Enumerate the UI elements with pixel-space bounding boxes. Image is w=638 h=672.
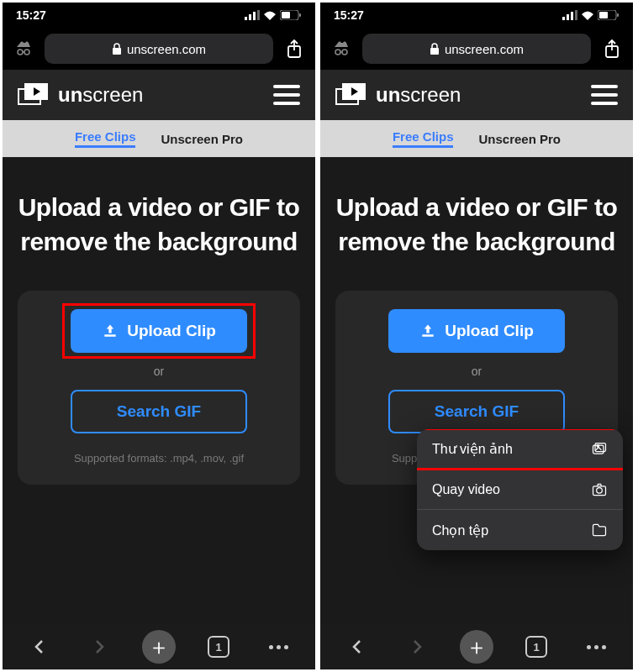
tabs-button[interactable]: 1: [519, 630, 553, 664]
lock-icon: [112, 43, 122, 55]
upload-card: Upload Clip or Search GIF Supported form…: [18, 291, 300, 485]
browser-bottom-nav: ＋ 1: [3, 624, 315, 669]
upload-icon: [419, 323, 436, 339]
popup-item-choose-file[interactable]: Chọn tệp: [417, 510, 623, 550]
back-button[interactable]: [23, 630, 56, 664]
site-header: unscreen: [3, 70, 315, 120]
tab-free-clips[interactable]: Free Clips: [75, 129, 136, 148]
status-bar: 15:27: [3, 3, 315, 28]
url-text: unscreen.com: [127, 42, 206, 56]
more-button[interactable]: [261, 630, 295, 664]
or-label: or: [472, 365, 482, 378]
share-button[interactable]: [599, 39, 625, 59]
url-display[interactable]: unscreen.com: [362, 34, 591, 64]
upload-clip-button[interactable]: Upload Clip: [388, 309, 565, 353]
svg-rect-12: [562, 17, 565, 20]
svg-rect-10: [113, 48, 121, 55]
svg-rect-15: [575, 10, 577, 20]
incognito-icon[interactable]: [329, 39, 354, 59]
popup-item-record-video[interactable]: Quay video: [417, 470, 623, 510]
phone-left: 15:27 unscreen.com unscreen Free C: [3, 3, 315, 669]
top-tabs: Free Clips Unscreen Pro: [3, 120, 315, 157]
svg-rect-3: [257, 10, 260, 20]
main-content: Upload a video or GIF to remove the back…: [3, 157, 315, 624]
search-gif-button[interactable]: Search GIF: [388, 390, 565, 433]
logo-icon: [18, 83, 50, 107]
url-bar: unscreen.com: [320, 28, 633, 70]
status-icons: [562, 10, 620, 20]
svg-point-19: [335, 50, 340, 55]
headline: Upload a video or GIF to remove the back…: [18, 191, 300, 259]
tabs-button[interactable]: 1: [202, 630, 235, 664]
wifi-icon: [581, 10, 594, 20]
gallery-icon: [591, 441, 608, 458]
logo[interactable]: unscreen: [335, 83, 461, 107]
top-tabs: Free Clips Unscreen Pro: [320, 120, 633, 157]
wifi-icon: [263, 10, 277, 20]
battery-icon: [280, 10, 302, 20]
svg-rect-2: [253, 12, 256, 20]
brand-text: unscreen: [58, 83, 143, 107]
upload-clip-button[interactable]: Upload Clip: [71, 309, 247, 353]
svg-point-20: [342, 50, 347, 55]
svg-rect-13: [567, 14, 569, 20]
menu-button[interactable]: [273, 85, 300, 105]
url-text: unscreen.com: [445, 42, 524, 56]
svg-rect-22: [430, 48, 439, 55]
forward-button[interactable]: [400, 630, 434, 664]
main-content: Upload a video or GIF to remove the back…: [320, 157, 633, 624]
new-tab-button[interactable]: ＋: [460, 630, 493, 664]
svg-point-8: [24, 50, 29, 55]
svg-rect-17: [599, 12, 608, 18]
tab-unscreen-pro[interactable]: Unscreen Pro: [478, 132, 561, 146]
logo[interactable]: unscreen: [18, 83, 143, 107]
logo-icon: [335, 83, 367, 107]
svg-point-7: [18, 50, 23, 55]
clock: 15:27: [16, 8, 46, 22]
battery-icon: [598, 10, 620, 20]
file-source-popup: Thư viện ảnh Quay video Chọn tệp: [417, 429, 623, 550]
svg-rect-6: [299, 13, 301, 17]
share-button[interactable]: [282, 39, 307, 59]
camera-icon: [591, 481, 608, 498]
svg-rect-5: [282, 12, 290, 18]
site-header: unscreen: [320, 70, 633, 120]
browser-bottom-nav: ＋ 1: [320, 624, 633, 669]
cellular-icon: [562, 10, 577, 20]
svg-rect-0: [245, 17, 247, 20]
popup-item-gallery[interactable]: Thư viện ảnh: [417, 429, 623, 470]
new-tab-button[interactable]: ＋: [142, 630, 176, 664]
status-icons: [245, 10, 302, 20]
tab-unscreen-pro[interactable]: Unscreen Pro: [161, 132, 243, 146]
status-bar: 15:27: [320, 3, 633, 28]
url-bar: unscreen.com: [3, 28, 315, 70]
more-button[interactable]: [579, 630, 613, 664]
or-label: or: [154, 365, 164, 378]
incognito-icon[interactable]: [11, 39, 36, 59]
svg-point-28: [597, 487, 603, 493]
svg-rect-18: [617, 13, 619, 17]
url-display[interactable]: unscreen.com: [45, 34, 273, 64]
headline: Upload a video or GIF to remove the back…: [335, 191, 618, 259]
upload-icon: [102, 323, 119, 339]
svg-rect-1: [249, 14, 251, 20]
clock: 15:27: [334, 8, 364, 22]
folder-icon: [591, 522, 608, 538]
phone-right: 15:27 unscreen.com unscreen Free C: [320, 3, 633, 669]
search-gif-button[interactable]: Search GIF: [71, 390, 247, 433]
svg-rect-14: [571, 12, 573, 20]
tab-free-clips[interactable]: Free Clips: [393, 129, 454, 148]
forward-button[interactable]: [82, 630, 116, 664]
supported-formats: Supported formats: .mp4, .mov, .gif: [74, 452, 244, 465]
brand-text: unscreen: [376, 83, 461, 107]
menu-button[interactable]: [591, 85, 618, 105]
back-button[interactable]: [340, 630, 374, 664]
lock-icon: [430, 43, 440, 55]
cellular-icon: [245, 10, 260, 20]
